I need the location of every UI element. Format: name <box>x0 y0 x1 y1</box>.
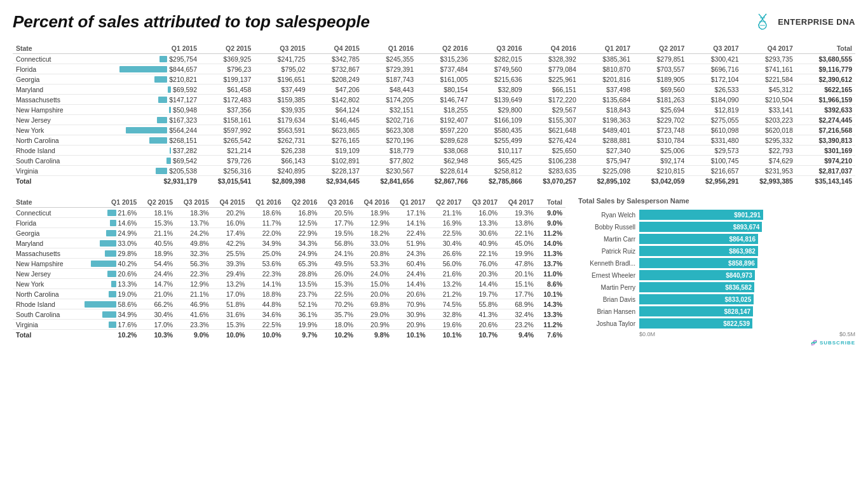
bar-row: Joshua Taylor$822,539 <box>578 318 855 329</box>
bar-label: Patrick Ruiz <box>578 248 635 255</box>
state-cell: Virginia <box>13 166 86 176</box>
state-cell: Massachusetts <box>13 95 86 105</box>
bar-amount: $833,025 <box>725 296 752 303</box>
total-cell-4: 10.0% <box>212 330 248 340</box>
state-cell: Connecticut <box>13 208 74 218</box>
bar-fill: $836,582 <box>639 282 754 292</box>
table1-col-11: Q3 2017 <box>688 43 742 54</box>
state-cell: North Carolina <box>13 289 74 299</box>
total-cell-3: 9.0% <box>176 330 212 340</box>
axis-max: $0.5M <box>839 331 855 337</box>
bar-label: Joshua Taylor <box>578 320 635 327</box>
bar-track: $893,674 <box>639 222 855 232</box>
table-row: New Jersey20.6%24.4%22.3%29.4%22.3%28.8%… <box>13 269 566 279</box>
table2-col-6: Q2 2016 <box>285 197 321 208</box>
percent-table-section: StateQ1 2015Q2 2015Q3 2015Q4 2015Q1 2016… <box>13 197 566 346</box>
bar-label: Martin Carr <box>578 236 635 243</box>
state-cell: Massachusetts <box>13 248 74 259</box>
table1-col-12: Q4 2017 <box>742 43 796 54</box>
page-header: Percent of sales attributed to top sales… <box>13 11 855 32</box>
table2-col-10: Q2 2017 <box>429 197 465 208</box>
bar-label: Martin Perry <box>578 284 635 291</box>
table-row: Rhode Island$37,282$21,214$26,238$19,109… <box>13 146 855 156</box>
bar-amount: $822,539 <box>723 320 750 327</box>
table-row: South Carolina34.9%30.4%41.6%31.6%34.6%3… <box>13 309 566 320</box>
bar-row: Martin Carr$864,816 <box>578 234 855 244</box>
bar-row: Kenneth Bradl...$858,896 <box>578 258 855 268</box>
state-cell: North Carolina <box>13 135 86 146</box>
bottom-section: StateQ1 2015Q2 2015Q3 2015Q4 2015Q1 2016… <box>13 197 855 346</box>
bar-row: Brian Hansen$828,147 <box>578 306 855 316</box>
bar-fill: $833,025 <box>639 294 754 304</box>
state-cell: Maryland <box>13 238 74 248</box>
total-cell-0: Total <box>13 176 86 186</box>
bar-track: $833,025 <box>639 294 855 304</box>
state-cell: Connecticut <box>13 54 86 64</box>
state-cell: Rhode Island <box>13 299 74 309</box>
table2-col-12: Q4 2017 <box>501 197 537 208</box>
state-cell: Florida <box>13 218 74 228</box>
table2-total-row: Total10.2%10.3%9.0%10.0%10.0%9.7%10.2%9.… <box>13 330 566 340</box>
total-cell-9: $2,895,102 <box>580 176 634 186</box>
total-cell-6: $2,867,766 <box>417 176 471 186</box>
bar-amount: $828,147 <box>724 308 750 315</box>
chart-axis: $0.0M $0.5M <box>578 331 855 337</box>
total-cell-1: $2,931,179 <box>86 176 200 186</box>
table-row: Rhode Island58.6%66.2%46.9%51.8%44.8%52.… <box>13 299 566 309</box>
table2-col-8: Q4 2016 <box>356 197 393 208</box>
bar-label: Ryan Welch <box>578 212 635 219</box>
table-row: New Hampshire40.2%54.4%56.3%39.3%53.6%65… <box>13 259 566 269</box>
total-cell-4: $2,934,645 <box>309 176 363 186</box>
bar-chart: Ryan Welch$901,291Bobby Russell$893,674M… <box>578 210 855 329</box>
table2-col-7: Q3 2016 <box>320 197 356 208</box>
table-row: Georgia24.9%21.1%24.2%17.4%22.0%22.9%19.… <box>13 228 566 238</box>
table-row: Maryland33.0%40.5%49.8%42.2%34.9%34.3%56… <box>13 238 566 248</box>
bar-fill: $863,982 <box>639 246 758 256</box>
page-container: Percent of sales attributed to top sales… <box>0 0 868 352</box>
table1-col-4: Q4 2015 <box>309 43 363 54</box>
total-cell-2: 10.3% <box>140 330 176 340</box>
table-row: Virginia17.6%17.0%23.3%15.3%22.5%19.9%18… <box>13 320 566 330</box>
bar-amount: $893,674 <box>733 224 760 231</box>
table-row: New York$564,244$597,992$563,591$623,865… <box>13 125 855 135</box>
table-row: Florida14.6%15.3%13.7%16.0%11.7%12.5%17.… <box>13 218 566 228</box>
table-row: Massachusetts$147,127$172,483$159,385$14… <box>13 95 855 105</box>
table-row: South Carolina$69,542$79,726$66,143$102,… <box>13 156 855 166</box>
total-cell-7: 10.2% <box>320 330 356 340</box>
total-cell-6: 9.7% <box>285 330 321 340</box>
bar-track: $836,582 <box>639 282 855 292</box>
bar-row: Patrick Ruiz$863,982 <box>578 246 855 256</box>
table2-header-row: StateQ1 2015Q2 2015Q3 2015Q4 2015Q1 2016… <box>13 197 566 208</box>
state-cell: New Jersey <box>13 269 74 279</box>
bar-fill: $893,674 <box>639 222 762 232</box>
total-cell-11: $2,956,291 <box>688 176 742 186</box>
table-row: New Jersey$167,323$158,161$179,634$146,4… <box>13 115 855 125</box>
total-cell-10: 10.1% <box>429 330 465 340</box>
bar-track: $840,973 <box>639 270 855 280</box>
table-row: Virginia$205,538$256,316$240,895$228,137… <box>13 166 855 176</box>
total-cell-11: 10.7% <box>465 330 501 340</box>
table1-col-9: Q1 2017 <box>580 43 634 54</box>
dna-icon <box>752 11 773 32</box>
bar-label: Brian Davis <box>578 296 635 303</box>
table2-col-2: Q2 2015 <box>140 197 176 208</box>
bar-row: Bobby Russell$893,674 <box>578 222 855 232</box>
table1-col-2: Q2 2015 <box>200 43 254 54</box>
table1-col-1: Q1 2015 <box>86 43 200 54</box>
total-cell-13: 7.6% <box>537 330 566 340</box>
state-cell: South Carolina <box>13 309 74 320</box>
bar-label: Brian Hansen <box>578 308 635 315</box>
logo-area: ENTERPRISE DNA <box>752 11 855 32</box>
table2-col-9: Q1 2017 <box>393 197 429 208</box>
bar-amount: $901,291 <box>734 212 761 219</box>
total-cell-0: Total <box>13 330 74 340</box>
bar-fill: $864,816 <box>639 234 758 244</box>
total-cell-5: 10.0% <box>248 330 285 340</box>
table2-col-4: Q4 2015 <box>212 197 248 208</box>
state-cell: New Hampshire <box>13 105 86 115</box>
page-title: Percent of sales attributed to top sales… <box>13 12 370 32</box>
state-cell: New York <box>13 125 86 135</box>
total-cell-12: $2,993,385 <box>742 176 796 186</box>
table-row: New Hampshire$50,948$37,356$39,935$64,12… <box>13 105 855 115</box>
table1-col-10: Q2 2017 <box>634 43 688 54</box>
